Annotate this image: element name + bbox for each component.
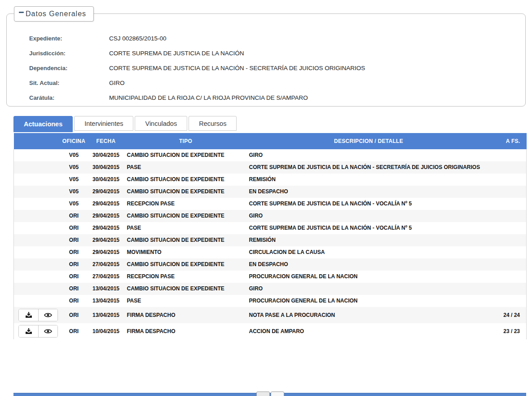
tab-vinculados[interactable]: Vinculados [135,116,187,131]
row-tipo: PASE [125,161,246,174]
row-oficina: ORI [61,271,87,283]
row-fecha: 30/04/2015 [87,161,125,174]
row-descripcion: GIRO [246,149,491,161]
collapse-icon[interactable] [19,12,24,13]
row-fecha: 27/04/2015 [87,271,125,283]
row-oficina: ORI [61,323,87,339]
field-value: GIRO [109,79,125,87]
table-row: ORI 13/04/2015 CAMBIO SITUACION DE EXPED… [14,283,527,295]
row-oficina: ORI [61,222,87,234]
col-descripcion: DESCRIPCION / DETALLE [246,133,491,149]
row-afs: 23 / 23 [491,323,527,339]
row-afs [491,161,527,174]
row-descripcion: ACCION DE AMPARO [246,323,491,339]
field-label: Expediente: [29,34,109,43]
row-actions [14,222,61,234]
row-fecha: 10/04/2015 [87,323,125,339]
row-actions [14,323,61,339]
panel-title: Datos Generales [26,10,86,18]
row-actions [14,210,61,222]
row-actions [14,161,61,174]
row-oficina: ORI [61,283,87,295]
row-actions [14,186,61,198]
table-row: V05 30/04/2015 CAMBIO SITUACION DE EXPED… [14,149,527,161]
row-action-buttons [18,309,58,321]
field-sit-actual: Sit. Actual: GIRO [29,79,516,87]
row-afs [491,198,527,210]
row-fecha: 13/04/2015 [87,295,125,307]
row-actions [14,174,61,186]
row-descripcion: GIRO [246,283,491,295]
row-fecha: 29/04/2015 [87,186,125,198]
tabs-bar: Actuaciones Intervinientes Vinculados Re… [13,116,237,132]
pagination-next-button[interactable] [271,392,284,396]
field-caratula: Carátula: MUNICIPALIDAD DE LA RIOJA C/ L… [29,93,516,102]
field-label: Jurisdicción: [29,49,109,58]
table-row: V05 30/04/2015 CAMBIO SITUACION DE EXPED… [14,174,527,186]
row-tipo: MOVIMIENTO [125,246,246,258]
field-value: CORTE SUPREMA DE JUSTICIA DE LA NACIÓN [109,49,244,58]
row-afs [491,174,527,186]
datos-generales-header: Datos Generales [14,6,94,22]
row-descripcion: EN DESPACHO [246,186,491,198]
row-oficina: V05 [61,161,87,174]
row-oficina: ORI [61,210,87,222]
download-button[interactable] [19,325,38,337]
row-afs [491,234,527,246]
row-tipo: CAMBIO SITUACION DE EXPEDIENTE [125,149,246,161]
row-fecha: 13/04/2015 [87,307,125,323]
tab-recursos[interactable]: Recursos [189,116,237,131]
row-fecha: 30/04/2015 [87,149,125,161]
download-button[interactable] [19,309,38,321]
row-actions [14,198,61,210]
table-footer-bar [13,393,526,396]
table-row: V05 30/04/2015 PASE CORTE SUPREMA DE JUS… [14,161,527,174]
field-value: CORTE SUPREMA DE JUSTICIA DE LA NACIÓN -… [109,64,365,72]
row-actions [14,271,61,283]
table-row: ORI 29/04/2015 CAMBIO SITUACION DE EXPED… [14,234,527,246]
row-tipo: CAMBIO SITUACION DE EXPEDIENTE [125,234,246,246]
row-afs [491,258,527,271]
row-afs [491,283,527,295]
field-value: CSJ 002865/2015-00 [109,34,167,43]
field-label: Dependencia: [29,64,109,72]
row-tipo: FIRMA DESPACHO [125,307,246,323]
field-jurisdiccion: Jurisdicción: CORTE SUPREMA DE JUSTICIA … [29,49,516,58]
col-fecha: FECHA [87,133,125,149]
view-button[interactable] [38,325,57,337]
tab-intervinientes[interactable]: Intervinientes [74,116,133,131]
row-actions [14,149,61,161]
table-row: ORI 27/04/2015 CAMBIO SITUACION DE EXPED… [14,258,527,271]
download-icon [25,328,32,334]
row-oficina: V05 [61,174,87,186]
row-afs: 24 / 24 [491,307,527,323]
row-action-buttons [18,325,58,338]
tab-actuaciones[interactable]: Actuaciones [13,116,73,132]
col-oficina: OFICINA [61,133,87,149]
eye-icon [44,329,52,334]
field-expediente: Expediente: CSJ 002865/2015-00 [29,34,516,43]
table-header-row: OFICINA FECHA TIPO DESCRIPCION / DETALLE… [14,133,527,149]
row-actions [14,283,61,295]
row-oficina: ORI [61,295,87,307]
actuaciones-table: OFICINA FECHA TIPO DESCRIPCION / DETALLE… [13,133,527,339]
pagination-prev-button[interactable] [256,392,270,396]
row-actions [14,307,61,323]
row-afs [491,222,527,234]
row-oficina: ORI [61,246,87,258]
row-descripcion: PROCURACION GENERAL DE LA NACION [246,271,491,283]
view-button[interactable] [38,309,57,321]
row-fecha: 29/04/2015 [87,222,125,234]
row-oficina: V05 [61,198,87,210]
col-actions [14,133,61,149]
row-actions [14,295,61,307]
table-body: V05 30/04/2015 CAMBIO SITUACION DE EXPED… [14,149,527,339]
row-descripcion: NOTA PASE A LA PROCURACION [246,307,491,323]
row-tipo: PASE [125,222,246,234]
field-dependencia: Dependencia: CORTE SUPREMA DE JUSTICIA D… [29,64,516,72]
table-row: V05 29/04/2015 CAMBIO SITUACION DE EXPED… [14,186,527,198]
row-fecha: 30/04/2015 [87,174,125,186]
col-afs: A FS. [491,133,527,149]
row-fecha: 29/04/2015 [87,234,125,246]
field-value: MUNICIPALIDAD DE LA RIOJA C/ LA RIOJA PR… [109,93,308,102]
